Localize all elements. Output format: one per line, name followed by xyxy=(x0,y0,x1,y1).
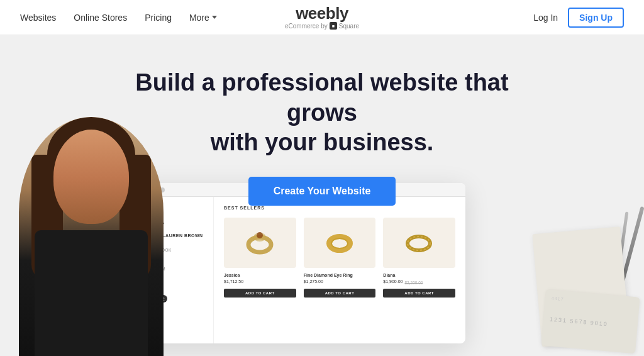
chevron-down-icon xyxy=(212,16,217,19)
square-icon: ■ xyxy=(330,22,337,30)
svg-point-3 xyxy=(257,232,263,238)
svg-point-5 xyxy=(331,238,348,248)
website-mockup: BLAIR LAUREN BROWN LOOKBOOK BRIDAL CUSTO… xyxy=(138,183,465,343)
mock-product-price-1: $1,712.50 xyxy=(224,279,296,284)
ring-diana-icon xyxy=(402,226,436,260)
mock-section-title: BEST SELLERS xyxy=(224,206,455,210)
hero-cta: Create Your Website xyxy=(248,177,396,206)
mock-product-old-price-3: $2,200.00 xyxy=(405,281,423,285)
create-website-button[interactable]: Create Your Website xyxy=(248,177,396,206)
mock-product-name-2: Fine Diamond Eye Ring xyxy=(304,273,376,277)
sketch-credit-card: 4417 1231 5678 9010 xyxy=(541,289,640,354)
person-body xyxy=(35,230,148,356)
mockup-main: BEST SELLERS Jessica $1,712.50 xyxy=(214,197,465,343)
nav-websites[interactable]: Websites xyxy=(20,13,56,23)
nav-pricing[interactable]: Pricing xyxy=(145,13,172,23)
signup-button[interactable]: Sign Up xyxy=(568,8,624,28)
ring-jessica-icon xyxy=(243,226,277,260)
ring-diamond-icon xyxy=(323,226,357,260)
login-button[interactable]: Log In xyxy=(533,13,558,23)
mock-add-to-cart-2[interactable]: ADD TO CART xyxy=(304,289,376,298)
brand-name: weebly xyxy=(285,5,359,21)
mock-product-2: Fine Diamond Eye Ring $1,275.00 ADD TO C… xyxy=(304,218,376,298)
mock-product-img-2 xyxy=(304,218,376,268)
mock-add-to-cart-3[interactable]: ADD TO CART xyxy=(383,289,455,298)
nav-right: Log In Sign Up xyxy=(533,8,624,28)
nav-more[interactable]: More xyxy=(189,13,217,23)
hero-headline: Build a professional website that grows … xyxy=(133,68,511,158)
mock-product-price-2: $1,275.00 xyxy=(304,279,376,284)
nav-left: Websites Online Stores Pricing More xyxy=(20,13,217,23)
mock-product-name-1: Jessica xyxy=(224,273,296,277)
mock-product-price-3: $1,900.00 xyxy=(383,279,402,284)
mockup-body: BLAIR LAUREN BROWN LOOKBOOK BRIDAL CUSTO… xyxy=(138,197,465,343)
mock-add-to-cart-1[interactable]: ADD TO CART xyxy=(224,289,296,298)
mock-product-name-3: Diana xyxy=(383,273,455,277)
sketch-area: 4417 1231 5678 9010 xyxy=(518,167,644,356)
mock-product-1: Jessica $1,712.50 ADD TO CART xyxy=(224,218,296,298)
brand-tagline: eCommerce by ■ Square xyxy=(285,22,359,30)
mock-product-img-1 xyxy=(224,218,296,268)
person-face xyxy=(53,130,129,224)
navbar: Websites Online Stores Pricing More weeb… xyxy=(0,0,644,35)
mock-product-img-3 xyxy=(383,218,455,268)
logo[interactable]: weebly eCommerce by ■ Square xyxy=(285,5,359,30)
nav-online-stores[interactable]: Online Stores xyxy=(74,13,127,23)
mock-products: Jessica $1,712.50 ADD TO CART Fine Diamo… xyxy=(224,218,455,298)
hero-section: Build a professional website that grows … xyxy=(0,35,644,356)
mock-product-3: Diana $1,900.00 $2,200.00 ADD TO CART xyxy=(383,218,455,298)
